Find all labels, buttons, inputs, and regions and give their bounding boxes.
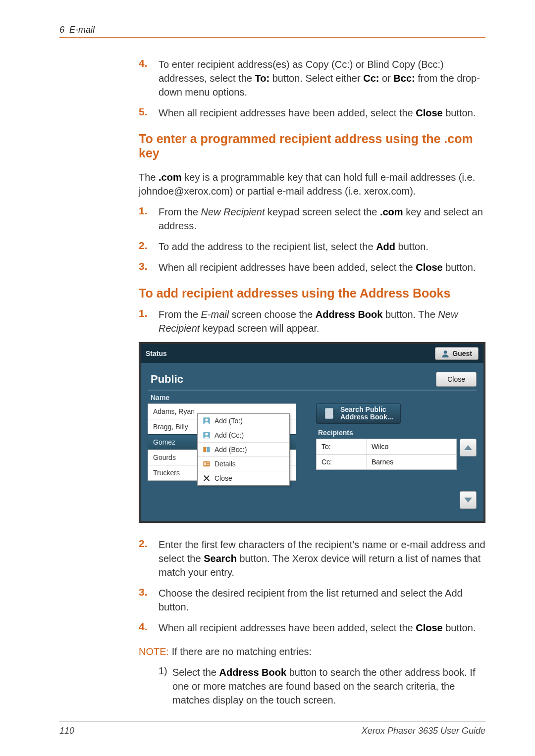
- dialog-title: Public: [148, 373, 183, 386]
- page-header: 6 E-mail: [59, 25, 485, 38]
- step-text: When all recipient addresses have been a…: [159, 260, 485, 274]
- svg-rect-12: [333, 410, 335, 412]
- step-number: 1.: [139, 205, 159, 233]
- step-number: 3.: [139, 586, 159, 614]
- recipients-header: Recipients: [316, 424, 477, 439]
- svg-rect-9: [207, 462, 209, 463]
- svg-point-2: [205, 418, 208, 421]
- menu-close[interactable]: Close: [198, 471, 289, 485]
- details-icon: [203, 460, 211, 468]
- step-number: 4.: [139, 57, 159, 99]
- step-text: To add the address to the recipient list…: [159, 240, 485, 253]
- step-text: When all recipient addresses have been a…: [159, 621, 485, 635]
- contact-icon: [203, 417, 211, 425]
- address-book-screenshot: Status Guest Public Close Name Adams, Ry…: [139, 342, 485, 523]
- close-button[interactable]: Close: [436, 372, 477, 387]
- step-text: From the New Recipient keypad screen sel…: [159, 205, 485, 233]
- close-icon: [203, 474, 211, 482]
- scroll-up-button[interactable]: [460, 439, 477, 456]
- guide-title: Xerox Phaser 3635 User Guide: [362, 726, 485, 736]
- step-text: To enter recipient address(es) as Copy (…: [159, 57, 485, 99]
- step-text: From the E-mail screen choose the Addres…: [159, 307, 485, 335]
- step-number: 1.: [139, 307, 159, 335]
- recipient-value: Barnes: [367, 454, 456, 469]
- address-book-icon: [323, 407, 336, 420]
- name-column-header: Name: [148, 390, 477, 403]
- step-number: 2.: [139, 240, 159, 253]
- substep-number: 1): [159, 665, 172, 707]
- section-heading-ab: To add recipient addresses using the Add…: [139, 286, 485, 301]
- recipient-row[interactable]: Cc: Barnes: [316, 454, 457, 470]
- search-address-book-button[interactable]: Search Public Address Book...: [316, 403, 401, 424]
- svg-rect-10: [207, 464, 209, 464]
- user-icon: [441, 350, 449, 357]
- chapter-title: E-mail: [69, 25, 95, 35]
- recipient-type: To:: [317, 439, 367, 454]
- contact-icon: [203, 431, 211, 439]
- chevron-down-icon: [464, 498, 472, 503]
- step-number: 2.: [139, 538, 159, 579]
- status-label: Status: [146, 350, 167, 357]
- recipient-row[interactable]: To: Wilco: [316, 439, 457, 454]
- menu-add-cc[interactable]: Add (Cc:): [198, 428, 289, 443]
- substep-text: Select the Address Book button to search…: [172, 665, 485, 707]
- svg-rect-13: [333, 413, 335, 415]
- guest-button[interactable]: Guest: [435, 347, 479, 360]
- menu-details[interactable]: Details: [198, 457, 289, 471]
- multi-contact-icon: [203, 446, 211, 454]
- menu-add-bcc[interactable]: Add (Bcc:): [198, 443, 289, 457]
- chevron-up-icon: [464, 445, 472, 450]
- svg-rect-6: [207, 447, 210, 453]
- note-label: NOTE:: [139, 646, 169, 657]
- context-menu: Add (To:) Add (Cc:) Add (Bcc:): [197, 413, 290, 486]
- recipient-type: Cc:: [317, 454, 367, 469]
- step-number: 4.: [139, 621, 159, 635]
- step-text: Choose the desired recipient from the li…: [159, 586, 485, 614]
- svg-point-0: [444, 351, 447, 354]
- page-footer: 110 Xerox Phaser 3635 User Guide: [59, 721, 485, 736]
- scroll-down-button[interactable]: [460, 491, 477, 509]
- step-text: Enter the first few characters of the re…: [159, 538, 485, 579]
- svg-rect-5: [203, 447, 206, 453]
- section-heading-com: To enter a programmed recipient address …: [139, 132, 485, 160]
- step-number: 3.: [139, 260, 159, 274]
- paragraph: The .com key is a programmable key that …: [139, 170, 485, 198]
- page-number: 110: [59, 726, 74, 736]
- svg-point-4: [205, 433, 208, 435]
- recipient-value: Wilco: [367, 439, 456, 454]
- note: NOTE: If there are no matching entries:: [139, 645, 485, 658]
- step-text: When all recipient addresses have been a…: [159, 106, 485, 120]
- chapter-number: 6: [59, 25, 64, 35]
- menu-add-to[interactable]: Add (To:): [198, 414, 289, 428]
- svg-rect-11: [325, 408, 333, 419]
- step-number: 5.: [139, 106, 159, 120]
- svg-rect-8: [204, 462, 206, 465]
